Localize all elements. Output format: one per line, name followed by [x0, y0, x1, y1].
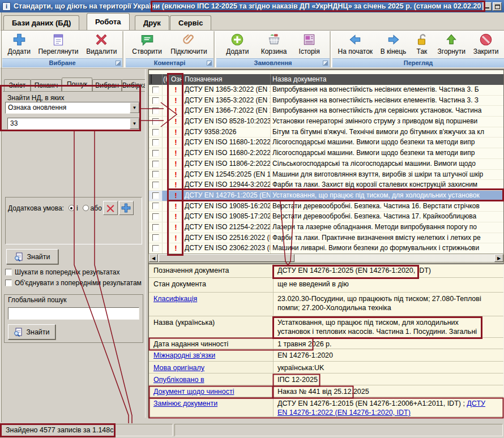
detail-label-text[interactable]: Міжнародні зв'язки [153, 351, 215, 359]
row-designation-cell[interactable]: ДСТУ EN ISO 22516:2022 (EN IS [183, 233, 271, 243]
dialog-launcher-icon[interactable] [116, 61, 121, 66]
add-condition-button[interactable] [119, 201, 134, 215]
row-name-cell[interactable]: Машини ливарні. Вимоги безпеки до формув… [271, 243, 503, 254]
table-row[interactable]: ! ДСТУ EN 1365-3:2022 (EN 1365 Випробува… [149, 96, 503, 106]
row-designation-cell[interactable]: ДСТУ EN 1365-3:2022 (EN 1365 [183, 96, 271, 106]
row-name-cell[interactable]: Сільськогосподарські та лісогосподарські… [271, 159, 503, 169]
remove-condition-button[interactable] [103, 201, 118, 215]
row-checkbox-cell[interactable] [149, 117, 163, 127]
table-row[interactable]: ! ДСТУ EN ISO 11680-2:2022 (EN Лісогоспо… [149, 148, 503, 159]
row-checkbox-cell[interactable] [149, 127, 163, 138]
checkbox-icon[interactable] [5, 280, 12, 286]
row-name-cell[interactable]: Лазери та лазерне обладнання. Методи вип… [271, 222, 503, 233]
global-find-button[interactable]: Знайти [8, 324, 55, 340]
row-designation-cell[interactable]: ДСТУ EN ISO 11680-2:2022 (EN [183, 148, 271, 158]
row-checkbox-cell[interactable] [149, 170, 163, 180]
checkbox-icon[interactable] [152, 129, 159, 136]
tab-bazy-danykh[interactable]: Бази даних (БД) [3, 15, 79, 30]
history-button[interactable]: Історія [297, 32, 322, 56]
row-checkbox-cell[interactable] [149, 138, 163, 148]
row-designation-cell[interactable]: ДСТУ EN ISO 21254-2:2022 (EN [183, 222, 271, 233]
checkbox-icon[interactable] [152, 213, 159, 220]
checkbox-icon[interactable] [152, 203, 159, 209]
collapse-button[interactable]: Згорнути [435, 32, 468, 56]
table-row[interactable]: ! ДСТУ 9358:2026 Бітум та бітумні в'яжуч… [149, 127, 503, 138]
table-row[interactable]: ! ДСТУ EN ISO 11680-1:2022 (EN Лісогоспо… [149, 138, 503, 148]
row-name-cell[interactable]: Лісогосподарські машини. Вимоги щодо без… [271, 148, 503, 158]
tab-robota[interactable]: Робота [87, 13, 130, 30]
row-checkbox-cell[interactable] [149, 180, 163, 190]
table-row[interactable]: ! ДСТУ EN 12545:2025 (EN 12545 Машини дл… [149, 170, 503, 181]
checkbox-icon[interactable] [152, 234, 159, 241]
panel-tab-vybran[interactable]: Вибран [92, 79, 122, 91]
checkbox-icon[interactable] [152, 118, 159, 125]
row-name-cell[interactable]: Лісогосподарські машини. Вимоги щодо без… [271, 138, 503, 148]
row-checkbox-cell[interactable] [149, 222, 163, 233]
panel-tab-zmist[interactable]: Зміст [4, 79, 31, 91]
tab-druk[interactable]: Друк [135, 15, 169, 30]
row-designation-cell[interactable]: ДСТУ EN ISO 19085-17:2022 (EN [183, 212, 271, 222]
checkbox-icon[interactable] [152, 87, 159, 93]
lock-button[interactable]: Так [412, 32, 432, 56]
row-name-cell[interactable]: Фарби та лаки. Практичне визначення вміс… [271, 233, 503, 243]
header-ozn[interactable]: Озн [169, 74, 183, 85]
table-row[interactable]: ! ДСТУ EN ISO 21254-2:2022 (EN Лазери та… [149, 222, 503, 233]
row-name-cell[interactable]: Випробування на вогнестійкість для серві… [271, 106, 503, 116]
chevron-down-icon[interactable]: ▼ [130, 118, 139, 129]
maximize-button[interactable] [493, 2, 502, 11]
checkbox-icon[interactable] [152, 224, 159, 231]
row-checkbox-cell[interactable] [149, 212, 163, 222]
header-name[interactable]: Назва документа [271, 74, 503, 85]
detail-label-text[interactable]: Замінює документи [153, 400, 217, 407]
document-link[interactable]: ДСТУ EN 14276-1:2022 (EN 14276-1:2020, I… [277, 400, 485, 416]
row-checkbox-cell[interactable] [149, 243, 163, 254]
close-button[interactable]: Закрити [471, 32, 501, 56]
checkbox-icon[interactable] [152, 182, 159, 188]
delete-favorite-button[interactable]: Видалити [84, 32, 119, 56]
row-name-cell[interactable]: Машини для виготовляння взуття, виробів … [271, 170, 503, 180]
checkbox-icon[interactable] [152, 171, 159, 178]
go-start-button[interactable]: На початок [336, 32, 375, 56]
search-previous-checkbox[interactable]: Шукати в попередніх результатах [5, 268, 120, 276]
row-name-cell[interactable]: Фарби та лаки. Захист від корозії сталев… [271, 180, 503, 190]
checkbox-icon[interactable] [152, 139, 159, 146]
table-row[interactable]: ! ДСТУ EN ISO 11806-2:2022 (EN Сільськог… [149, 159, 503, 170]
row-name-cell[interactable]: Випробування на вогнестійкість несівних … [271, 96, 503, 106]
panel-tab-pokazhch[interactable]: Покажч [31, 79, 62, 91]
table-row[interactable]: ! ДСТУ EN ISO 19085-16:2022 (EN Верстати… [149, 201, 503, 212]
add-favorite-button[interactable]: Додати [6, 32, 33, 56]
table-row[interactable]: ! ДСТУ EN ISO 23062:2023 (EN IS Машини л… [149, 243, 503, 254]
join-previous-checkbox[interactable]: Об'єднувати з попередніми результатам [5, 279, 142, 287]
checkbox-icon[interactable] [152, 97, 159, 104]
row-checkbox-cell[interactable] [149, 191, 163, 201]
create-comment-button[interactable]: Створити [130, 32, 164, 56]
basket-button[interactable]: Корзина [259, 32, 289, 56]
detail-label-text[interactable]: Класифікація [153, 295, 197, 303]
row-checkbox-cell[interactable] [149, 96, 163, 106]
header-num[interactable]: (Н [163, 74, 169, 85]
checkbox-icon[interactable] [152, 161, 159, 168]
view-favorite-button[interactable]: Переглянути [36, 32, 80, 56]
panel-tab-poshuk[interactable]: Пошук [62, 78, 92, 91]
dialog-launcher-icon[interactable] [323, 61, 328, 66]
row-checkbox-cell[interactable] [149, 201, 163, 212]
scroll-left-button[interactable]: ◀ [149, 254, 158, 262]
detail-label-text[interactable]: Мова оригіналу [153, 364, 204, 372]
header-designation[interactable]: Позначення [183, 74, 271, 85]
row-designation-cell[interactable]: ДСТУ EN ISO 19085-16:2022 (EN [183, 201, 271, 212]
row-designation-cell[interactable]: ДСТУ EN ISO 12944-3:2022 (EN [183, 180, 271, 190]
detail-label-text[interactable]: Документ щодо чинності [153, 388, 234, 396]
table-row[interactable]: ! ДСТУ EN 1366-7:2022 (EN 1366- Випробув… [149, 106, 503, 117]
row-designation-cell[interactable]: ДСТУ EN 14276-1:2025 (EN 142 [183, 191, 271, 201]
add-order-button[interactable]: Додати [224, 32, 251, 56]
dialog-launcher-icon[interactable] [207, 61, 212, 66]
go-end-button[interactable]: В кінець [378, 32, 409, 56]
row-designation-cell[interactable]: ДСТУ EN 12545:2025 (EN 12545 [183, 170, 271, 180]
row-designation-cell[interactable]: ДСТУ EN 1366-7:2022 (EN 1366- [183, 106, 271, 116]
row-checkbox-cell[interactable] [149, 159, 163, 169]
tab-servis[interactable]: Сервіс [170, 15, 211, 30]
checkbox-icon[interactable] [152, 108, 159, 114]
row-checkbox-cell[interactable] [149, 106, 163, 116]
minimize-button[interactable] [482, 2, 492, 11]
table-row[interactable]: ! ДСТУ EN ISO 8528-10:2023 (EN Установки… [149, 117, 503, 127]
